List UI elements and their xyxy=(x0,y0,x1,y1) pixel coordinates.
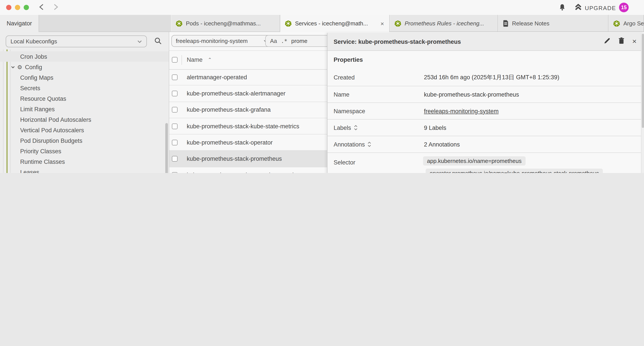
select-all-checkbox[interactable] xyxy=(172,57,178,63)
kubernetes-icon xyxy=(394,20,401,26)
window-tab-1[interactable]: Services - icecheng@math...× xyxy=(280,15,390,32)
row-checkbox[interactable] xyxy=(172,123,178,129)
app-window: UPGRADE 15 Navigator Pods - icecheng@mat… xyxy=(0,0,644,173)
detail-value: 9 Labels xyxy=(424,124,446,131)
navigator-panel: Local Kubeconfigs Cron Jobs⚙ConfigConfig… xyxy=(0,32,169,173)
sidebar-item-pod-disruption-budgets[interactable]: Pod Disruption Budgets xyxy=(0,135,169,146)
close-icon[interactable]: × xyxy=(632,37,636,46)
row-checkbox[interactable] xyxy=(172,172,178,173)
navigator-tab-label: Navigator xyxy=(6,20,32,27)
row-checkbox[interactable] xyxy=(172,156,178,162)
detail-value: 253d 16h 6m ago (2025年1月13日 GMT+8 1:25:3… xyxy=(424,73,560,81)
selector-chip[interactable]: app.kubernetes.io/name=prometheus xyxy=(423,156,526,166)
regex-toggle[interactable]: .* xyxy=(281,38,287,44)
search-value: prome xyxy=(291,38,308,44)
edit-icon[interactable] xyxy=(604,37,611,46)
detail-panel-header: Service: kube-prometheus-stack-prometheu… xyxy=(328,33,644,51)
detail-row-selector: Selectorapp.kubernetes.io/name=prometheu… xyxy=(328,153,644,173)
upgrade-label: UPGRADE xyxy=(585,4,616,11)
tab-navigator[interactable]: Navigator xyxy=(0,15,39,32)
chevron-down-icon[interactable] xyxy=(10,64,16,70)
sidebar-item-vertical-pod-autoscalers[interactable]: Vertical Pod Autoscalers xyxy=(0,125,169,135)
gears-icon: ⚙ xyxy=(17,64,23,70)
chevron-down-icon xyxy=(137,38,142,45)
kubernetes-icon xyxy=(176,20,182,26)
upgrade-button[interactable]: UPGRADE xyxy=(575,3,616,12)
maximize-window-button[interactable] xyxy=(24,5,29,10)
resource-search-input[interactable]: Aa .* prome xyxy=(265,35,331,47)
row-checkbox[interactable] xyxy=(172,140,178,145)
close-window-button[interactable] xyxy=(6,5,12,10)
window-tab-3[interactable]: Release Notes xyxy=(498,15,608,31)
sidebar-item-label: Limit Ranges xyxy=(20,106,55,112)
row-checkbox[interactable] xyxy=(172,107,178,113)
search-icon[interactable] xyxy=(154,37,162,46)
detail-value: kube-prometheus-stack-prometheus xyxy=(424,91,519,98)
sidebar-item-leases[interactable]: Leases xyxy=(0,167,169,173)
service-name: kube-prometheus-stack-kube-state-metrics xyxy=(187,123,299,129)
close-tab-icon[interactable]: × xyxy=(380,20,385,27)
sidebar-item-secrets[interactable]: Secrets xyxy=(0,83,169,93)
sidebar-item-label: Horizontal Pod Autoscalers xyxy=(20,116,91,123)
match-case-toggle[interactable]: Aa xyxy=(270,38,277,44)
selector-chip[interactable]: operator.prometheus.io/name=kube-prometh… xyxy=(426,169,603,173)
detail-row-annotations: Annotations2 Annotations xyxy=(328,136,644,153)
namespace-filter-value: freeleaps-monitoring-system xyxy=(176,38,248,44)
sidebar-item-resource-quotas[interactable]: Resource Quotas xyxy=(0,93,169,104)
service-name: kube-prometheus-stack-operator xyxy=(187,139,273,146)
sidebar-item-label: Leases xyxy=(20,169,39,173)
sidebar-item-label: Config Maps xyxy=(20,74,54,81)
minimize-window-button[interactable] xyxy=(15,5,20,10)
window-tab-label: Argo Se xyxy=(624,20,644,26)
sort-asc-icon[interactable]: ⌃ xyxy=(208,57,212,63)
bell-icon[interactable] xyxy=(558,3,566,13)
detail-row-created: Created253d 16h 6m ago (2025年1月13日 GMT+8… xyxy=(328,69,644,86)
detail-panel: Service: kube-prometheus-stack-prometheu… xyxy=(327,33,644,173)
kubeconfig-selector[interactable]: Local Kubeconfigs xyxy=(6,35,147,47)
window-tab-2[interactable]: Prometheus Rules - icecheng... xyxy=(390,15,498,31)
sidebar-item-config[interactable]: ⚙Config xyxy=(0,62,169,72)
service-name: kube-prometheus-stack-grafana xyxy=(187,106,271,113)
sidebar-item-config-maps[interactable]: Config Maps xyxy=(0,72,169,83)
sidebar-item-label: Config xyxy=(25,64,42,70)
window-tab-label: Prometheus Rules - icecheng... xyxy=(405,20,484,26)
titlebar: UPGRADE 15 xyxy=(0,0,644,15)
sidebar-item-label: Resource Quotas xyxy=(20,95,66,102)
delete-icon[interactable] xyxy=(618,37,625,46)
window-tab-4[interactable]: Argo Se xyxy=(608,15,644,31)
window-tab-label: Services - icecheng@math... xyxy=(295,20,368,27)
window-tab-0[interactable]: Pods - icecheng@mathmas... xyxy=(171,15,280,31)
detail-panel-body: PropertiesCreated253d 16h 6m ago (2025年1… xyxy=(328,50,644,173)
sidebar-item-label: Priority Classes xyxy=(20,148,62,154)
detail-row-namespace: Namespacefreeleaps-monitoring-system xyxy=(328,103,644,120)
sidebar-scrollbar[interactable] xyxy=(165,123,168,173)
sort-toggle-icon[interactable] xyxy=(368,142,372,147)
notification-badge[interactable]: 15 xyxy=(619,3,629,12)
namespace-link[interactable]: freeleaps-monitoring-system xyxy=(424,108,499,114)
detail-panel-title: Service: kube-prometheus-stack-prometheu… xyxy=(334,38,461,45)
service-name: kube-prometheus-stack-prometheus-node-ex… xyxy=(187,172,314,173)
service-name: kube-prometheus-stack-prometheus xyxy=(187,155,282,162)
sidebar-item-horizontal-pod-autoscalers[interactable]: Horizontal Pod Autoscalers xyxy=(0,114,169,125)
sidebar-item-runtime-classes[interactable]: Runtime Classes xyxy=(0,156,169,167)
kubernetes-icon xyxy=(285,20,292,27)
resource-tree: Cron Jobs⚙ConfigConfig MapsSecretsResour… xyxy=(0,51,169,173)
sort-toggle-icon[interactable] xyxy=(354,125,358,130)
sidebar-item-label: Cron Jobs xyxy=(20,53,47,60)
namespace-filter-select[interactable]: freeleaps-monitoring-system xyxy=(172,35,273,47)
row-checkbox[interactable] xyxy=(172,74,178,80)
detail-row-labels: Labels9 Labels xyxy=(328,120,644,136)
sidebar-item-priority-classes[interactable]: Priority Classes xyxy=(0,146,169,156)
detail-value: 2 Annotations xyxy=(424,141,460,148)
window-tab-strip: Navigator Pods - icecheng@mathmas...Serv… xyxy=(0,15,644,32)
forward-arrow-icon[interactable] xyxy=(52,3,60,11)
sidebar-item-cron-jobs[interactable]: Cron Jobs xyxy=(0,51,169,62)
back-arrow-icon[interactable] xyxy=(38,3,46,11)
detail-row-name: Namekube-prometheus-stack-prometheus xyxy=(328,86,644,103)
detail-scrollbar[interactable] xyxy=(641,33,644,173)
kubeconfig-selector-value: Local Kubeconfigs xyxy=(10,38,57,45)
sidebar-item-label: Vertical Pod Autoscalers xyxy=(20,127,84,133)
row-checkbox[interactable] xyxy=(172,91,178,96)
column-header-name[interactable]: Name xyxy=(187,56,202,63)
sidebar-item-limit-ranges[interactable]: Limit Ranges xyxy=(0,104,169,114)
